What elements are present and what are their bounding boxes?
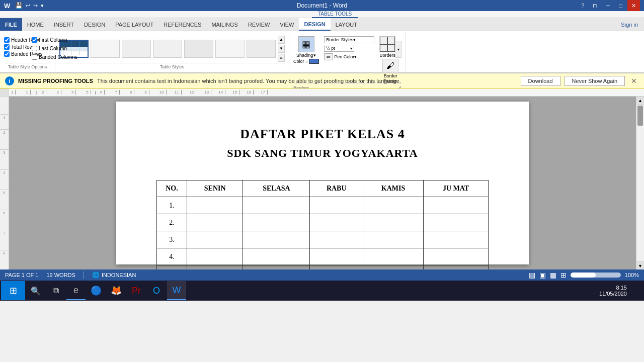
view-read-icon[interactable]: ⊞: [560, 271, 567, 279]
show-desktop-button[interactable]: [633, 281, 643, 300]
row4-selasa[interactable]: [243, 248, 310, 265]
tab-pagelayout[interactable]: PAGE LAYOUT: [110, 18, 158, 31]
tab-layout[interactable]: LAYOUT: [331, 18, 362, 31]
table-style-7[interactable]: [247, 40, 276, 58]
tab-insert[interactable]: INSERT: [49, 18, 79, 31]
undo-icon[interactable]: ↩: [26, 3, 30, 9]
last-column-option[interactable]: Last Column: [32, 46, 77, 51]
scroll-thumb[interactable]: [637, 106, 643, 126]
ribbon-toggle-icon[interactable]: ⊓: [589, 0, 601, 11]
table-style-5[interactable]: [184, 40, 213, 58]
scroll-up-arrow[interactable]: ▲: [636, 97, 644, 105]
pen-color-label[interactable]: Pen Color▾: [334, 54, 357, 59]
tab-references[interactable]: REFERENCES: [158, 18, 206, 31]
tab-mailings[interactable]: MAILINGS: [206, 18, 243, 31]
pen-icon[interactable]: ✏: [324, 53, 333, 60]
row5-no[interactable]: 5.: [157, 265, 187, 270]
row4-senin[interactable]: [187, 248, 243, 265]
maximize-icon[interactable]: □: [615, 0, 626, 11]
row2-selasa[interactable]: [243, 214, 310, 231]
first-column-option[interactable]: First Column: [32, 37, 77, 43]
tab-file[interactable]: FILE: [0, 18, 22, 31]
view-print-icon[interactable]: ▣: [539, 271, 546, 279]
style-scroll-down[interactable]: ▼: [278, 45, 285, 53]
download-button[interactable]: Download: [521, 76, 560, 86]
tab-design[interactable]: DESIGN: [79, 18, 110, 31]
row5-jumat[interactable]: [424, 265, 489, 270]
pen-weight-dropdown[interactable]: ½ pt ▾: [324, 45, 354, 52]
document-scroll-area[interactable]: DAFTAR PIKET KELAS 4 SDK SANG TIMUR YOGY…: [9, 97, 636, 269]
tab-home[interactable]: HOME: [22, 18, 49, 31]
borders-dropdown[interactable]: ▾: [395, 41, 401, 58]
border-styles-dropdown[interactable]: Border Styles▾: [324, 36, 374, 43]
row4-no[interactable]: 4.: [157, 248, 187, 265]
shading-dropdown-arrow[interactable]: ▾: [313, 53, 316, 58]
tab-review[interactable]: REVIEW: [243, 18, 275, 31]
notif-close-icon[interactable]: ✕: [629, 77, 639, 85]
view-normal-icon[interactable]: ▤: [529, 271, 535, 279]
word-taskbar-icon[interactable]: W: [167, 281, 186, 300]
row5-selasa[interactable]: [243, 265, 310, 270]
table-style-2[interactable]: [91, 40, 120, 58]
view-web-icon[interactable]: ▦: [550, 271, 556, 279]
row3-selasa[interactable]: [243, 231, 310, 248]
total-row-checkbox[interactable]: [4, 44, 10, 50]
row3-jumat[interactable]: [424, 231, 489, 248]
row5-kamis[interactable]: [363, 265, 423, 270]
search-taskbar-icon[interactable]: 🔍: [26, 281, 45, 300]
row1-rabu[interactable]: [310, 197, 363, 214]
redo-icon[interactable]: ↪: [33, 3, 38, 9]
row5-rabu[interactable]: [310, 265, 363, 270]
row1-senin[interactable]: [187, 197, 243, 214]
never-show-button[interactable]: Never Show Again: [565, 76, 625, 86]
banded-rows-checkbox[interactable]: [4, 51, 10, 57]
minimize-icon[interactable]: ─: [602, 0, 614, 11]
table-style-4[interactable]: [153, 40, 182, 58]
row2-jumat[interactable]: [424, 214, 489, 231]
table-style-3[interactable]: [122, 40, 151, 58]
right-scrollbar[interactable]: ▲ ▼: [636, 97, 644, 269]
shading-icon[interactable]: ▦: [298, 36, 314, 52]
ie-taskbar-icon[interactable]: e: [66, 281, 86, 300]
opera-taskbar-icon[interactable]: O: [147, 281, 166, 300]
row1-kamis[interactable]: [363, 197, 423, 214]
style-more-button[interactable]: ≡: [278, 54, 285, 62]
row3-rabu[interactable]: [310, 231, 363, 248]
language-indicator[interactable]: 🌐 INDONESIAN: [92, 272, 136, 279]
sign-in-link[interactable]: Sign in: [615, 18, 644, 31]
row1-selasa[interactable]: [243, 197, 310, 214]
start-button[interactable]: ⊞: [1, 281, 25, 300]
row3-no[interactable]: 3.: [157, 231, 187, 248]
row2-senin[interactable]: [187, 214, 243, 231]
row5-senin[interactable]: [187, 265, 243, 270]
banded-columns-checkbox[interactable]: [32, 54, 37, 60]
more-qat-icon[interactable]: ▾: [41, 3, 44, 9]
row1-no[interactable]: 1.: [157, 197, 187, 214]
help-icon[interactable]: ?: [578, 3, 587, 9]
row4-rabu[interactable]: [310, 248, 363, 265]
banded-columns-option[interactable]: Banded Columns: [32, 54, 77, 60]
taskview-icon[interactable]: ⧉: [46, 281, 65, 300]
tab-tabledesign[interactable]: DESIGN: [299, 18, 330, 31]
chrome-taskbar-icon[interactable]: 🔵: [87, 281, 106, 300]
borders-button[interactable]: Borders: [379, 36, 395, 58]
scroll-down-arrow[interactable]: ▼: [636, 261, 644, 269]
row1-jumat[interactable]: [424, 197, 489, 214]
tab-view[interactable]: VIEW: [275, 18, 299, 31]
last-column-checkbox[interactable]: [32, 46, 37, 51]
close-icon[interactable]: ✕: [627, 0, 640, 11]
row2-no[interactable]: 2.: [157, 214, 187, 231]
row3-senin[interactable]: [187, 231, 243, 248]
row3-kamis[interactable]: [363, 231, 423, 248]
row2-rabu[interactable]: [310, 214, 363, 231]
table-style-6[interactable]: [215, 40, 245, 58]
zoom-slider[interactable]: [571, 273, 621, 278]
row2-kamis[interactable]: [363, 214, 423, 231]
premiere-taskbar-icon[interactable]: Pr: [127, 281, 146, 300]
firefox-taskbar-icon[interactable]: 🦊: [107, 281, 126, 300]
save-icon[interactable]: 💾: [15, 2, 23, 9]
row4-jumat[interactable]: [424, 248, 489, 265]
style-scroll-up[interactable]: ▲: [278, 36, 285, 44]
row4-kamis[interactable]: [363, 248, 423, 265]
header-row-checkbox[interactable]: [4, 37, 10, 43]
